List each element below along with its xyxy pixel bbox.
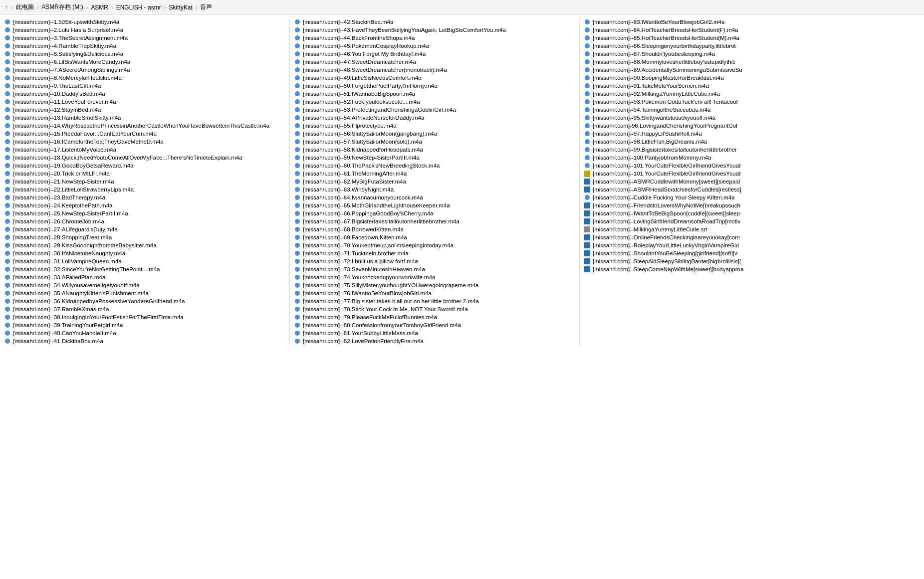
list-item[interactable]: [missahri.com]--53.ProtectingandCherishi… <box>294 106 575 114</box>
list-item[interactable]: [missahri.com]--40.CanYouHandleIt.m4a <box>4 329 285 337</box>
list-item[interactable]: [missahri.com]--42.StuckinBed.m4a <box>294 18 575 26</box>
list-item[interactable]: [missahri.com]--52.Fuck,youlooksocute...… <box>294 98 575 106</box>
list-item[interactable]: [missahri.com]--18.Quick,INeedYoutoComeA… <box>4 154 285 162</box>
breadcrumb-this-pc[interactable]: 此电脑 <box>16 3 34 11</box>
list-item[interactable]: [missahri.com]--33.AFailedPlan.m4a <box>4 273 285 281</box>
list-item[interactable]: [missahri.com]--90.BoopingMasterforBreak… <box>584 74 865 82</box>
list-item[interactable]: [missahri.com]--1.50Sit-upswithSkitty.m4… <box>4 18 285 26</box>
list-item[interactable]: [missahri.com]--34.Willyousavemeifgetyou… <box>4 281 285 289</box>
list-item[interactable]: [missahri.com]--26.ChromeJob.m4a <box>4 217 285 225</box>
list-item[interactable]: [missahri.com]--37.RambleXmas.m4a <box>4 305 285 313</box>
list-item[interactable]: [missahri.com]--5.Satisfying&Delicious.m… <box>4 50 285 58</box>
list-item[interactable]: [missahri.com]--88.Mommylovesherlittlebo… <box>584 58 865 66</box>
list-item[interactable]: [missahri.com]--MilkingaYummyLittleCutie… <box>584 225 865 233</box>
list-item[interactable]: [missahri.com]--71.Tuckmein,brother.m4a <box>294 249 575 257</box>
list-item[interactable]: [missahri.com]--69.Facedown,Kitten.m4a <box>294 233 575 241</box>
list-item[interactable]: [missahri.com]--64.Iwannacumonyourcock.m… <box>294 193 575 201</box>
list-item[interactable]: [missahri.com]--48.SweetDreamcatcher(mon… <box>294 66 575 74</box>
list-item[interactable]: [missahri.com]--16.ICamefortheTea,TheyGa… <box>4 138 285 146</box>
list-item[interactable]: [missahri.com]--76.IWanttoBeYourBlowjobG… <box>294 289 575 297</box>
list-item[interactable]: [missahri.com]--60.ThePack'sNewBreedingS… <box>294 162 575 170</box>
list-item[interactable]: [missahri.com]--83.IWanttoBeYourBlowjobG… <box>584 18 865 26</box>
list-item[interactable]: [missahri.com]--6.LilSisWantsMoreCandy.m… <box>4 58 285 66</box>
list-item[interactable]: [missahri.com]--19.GoodBoyGetsaReward.m4… <box>4 162 285 170</box>
list-item[interactable]: [missahri.com]--72.I built us a pillow f… <box>294 257 575 265</box>
list-item[interactable]: [missahri.com]--85.HotTeacherBreedsHerSt… <box>584 34 865 42</box>
list-item[interactable]: [missahri.com]--15.INeedaFavor...CanIEat… <box>4 130 285 138</box>
list-item[interactable]: [missahri.com]--20.Trick or MILF!.m4a <box>4 170 285 178</box>
list-item[interactable]: [missahri.com]--62.MyBigFutaSister.m4a <box>294 178 575 186</box>
list-item[interactable]: [missahri.com]--IWantToBeBigSpoon[cuddle… <box>584 209 865 217</box>
list-item[interactable]: [missahri.com]--86.Sleepingonyourbirthda… <box>584 42 865 50</box>
list-item[interactable]: [missahri.com]--78.Stick Your Cock in Me… <box>294 305 575 313</box>
list-item[interactable]: [missahri.com]--63.WindyNight.m4a <box>294 186 575 193</box>
list-item[interactable]: [missahri.com]--49.LittleSisNeedsComfort… <box>294 74 575 82</box>
list-item[interactable]: [missahri.com]--38.IndulgingInYourFootFe… <box>4 313 285 321</box>
list-item[interactable]: [missahri.com]--24.KeeptothePath.m4a <box>4 201 285 209</box>
list-item[interactable]: [missahri.com]--3.TheSecretAssignment.m4… <box>4 34 285 42</box>
list-item[interactable]: [missahri.com]--59.NewStep-SisterPartIII… <box>294 154 575 162</box>
list-item[interactable]: [missahri.com]--FriendstoLoversWhyNotMe[… <box>584 201 865 209</box>
list-item[interactable]: [missahri.com]--61.TheMorningAfter.m4a <box>294 170 575 178</box>
list-item[interactable]: [missahri.com]--92.MilkingaYummyLittleCu… <box>584 90 865 98</box>
list-item[interactable]: [missahri.com]--Cuddle Fucking Your Slee… <box>584 193 865 201</box>
list-item[interactable]: [missahri.com]--84.HotTeacherBreedsHerSt… <box>584 26 865 34</box>
list-item[interactable]: [missahri.com]--25.NewStep-SisterPartII.… <box>4 209 285 217</box>
list-item[interactable]: [missahri.com]--97.HappyLil'SushiRoll.m4… <box>584 130 865 138</box>
list-item[interactable]: [missahri.com]--93.Pokemon Gotta fuck'em… <box>584 98 865 106</box>
list-item[interactable]: [missahri.com]--39.TrainingYourPetgirl.m… <box>4 321 285 329</box>
list-item[interactable]: [missahri.com]--58.KidnappedforHeadpats.… <box>294 146 575 154</box>
list-item[interactable]: [missahri.com]--8.NoMercyforHealslut.m4a <box>4 74 285 82</box>
list-item[interactable]: [missahri.com]--13.RambleSmolSkitty.m4a <box>4 114 285 122</box>
list-item[interactable]: [missahri.com]--54.APrivateNurseforDaddy… <box>294 114 575 122</box>
list-item[interactable]: [missahri.com]--77.Big sister takes it a… <box>294 297 575 305</box>
list-item[interactable]: [missahri.com]--21.NewStep-Sister.m4a <box>4 178 285 186</box>
list-item[interactable]: [missahri.com]--50.ForgetthePoolParty,I'… <box>294 82 575 90</box>
list-item[interactable]: [missahri.com]--9.TheLastGift.m4a <box>4 82 285 90</box>
list-item[interactable]: [missahri.com]--2.Lulu Has a Surprise!.m… <box>4 26 285 34</box>
list-item[interactable]: [missahri.com]--7.ASecretAmongSiblings.m… <box>4 66 285 74</box>
list-item[interactable]: [missahri.com]--56.SluttySailorMoon(gang… <box>294 130 575 138</box>
list-item[interactable]: [missahri.com]--79.PleaseFuckMeFullofBun… <box>294 313 575 321</box>
list-item[interactable]: [missahri.com]--LovingGirlfriendDreamsof… <box>584 217 865 225</box>
list-item[interactable]: [missahri.com]--27.ALifeguard'sDuty.m4a <box>4 225 285 233</box>
list-item[interactable]: [missahri.com]--81.YourSubbyLittleMess.m… <box>294 329 575 337</box>
list-item[interactable]: [missahri.com]--70.Youkeptmeup,sol'mslee… <box>294 241 575 249</box>
list-item[interactable]: [missahri.com]--32.SinceYou'reNotGetting… <box>4 265 285 273</box>
list-item[interactable]: [missahri.com]--12.StayInBed.m4a <box>4 106 285 114</box>
list-item[interactable]: [missahri.com]--57.SluttySailorMoon(solo… <box>294 138 575 146</box>
list-item[interactable]: [missahri.com]--65.MothGirlandtheLightho… <box>294 201 575 209</box>
list-item[interactable]: [missahri.com]--14.WhyRescuethePrincessi… <box>4 122 285 130</box>
list-item[interactable]: [missahri.com]--46.You Forgot My Birthda… <box>294 50 575 58</box>
list-item[interactable]: [missahri.com]--43.HaveTheyBeenBullyingY… <box>294 26 575 34</box>
list-item[interactable]: [missahri.com]--36.KidnappedbyaPossessiv… <box>4 297 285 305</box>
list-item[interactable]: [missahri.com]--ShouldntYouBeSleeping[gi… <box>584 249 865 257</box>
list-item[interactable]: [missahri.com]--101.YourCuteFlexibleGirl… <box>584 170 865 178</box>
list-item[interactable]: [missahri.com]--45.PokémonCosplayHookup.… <box>294 42 575 50</box>
list-item[interactable]: [missahri.com]--30.It'sNicetobeNaughty.m… <box>4 249 285 257</box>
list-item[interactable]: [missahri.com]--89.AccidentallySummoning… <box>584 66 865 74</box>
list-item[interactable]: [missahri.com]--80.ConfessionfromyourTom… <box>294 321 575 329</box>
list-item[interactable]: [missahri.com]--OnlineFriendsCheckingina… <box>584 233 865 241</box>
list-item[interactable]: [missahri.com]--SleepComeNapWithMe[sweet… <box>584 265 865 273</box>
list-item[interactable]: [missahri.com]--SleepAidSleepySiblingBan… <box>584 257 865 265</box>
list-item[interactable]: [missahri.com]--99.Bigsistertakesitallou… <box>584 146 865 154</box>
list-item[interactable]: [missahri.com]--67.Bigsistertakesitallou… <box>294 217 575 225</box>
list-item[interactable]: [missahri.com]--87.Shouldn'tyoubesleepin… <box>584 50 865 58</box>
list-item[interactable]: [missahri.com]--28.ShoppingTreat.m4a <box>4 233 285 241</box>
list-item[interactable]: [missahri.com]--ASMRHeadScratchiesforCud… <box>584 186 865 193</box>
list-item[interactable]: [missahri.com]--68.BorrowedKitten.m4a <box>294 225 575 233</box>
list-item[interactable]: [missahri.com]--51.IWannabeBigSpoon.m4a <box>294 90 575 98</box>
list-item[interactable]: [missahri.com]--4.RambleTrapSkitty.m4a <box>4 42 285 50</box>
list-item[interactable]: [missahri.com]--47.SweetDreamcatcher.m4a <box>294 58 575 66</box>
list-item[interactable]: [missahri.com]--100.PantyjobfromMommy.m4… <box>584 154 865 162</box>
list-item[interactable]: [missahri.com]--94.TamingoftheSuccubus.m… <box>584 106 865 114</box>
list-item[interactable]: [missahri.com]--31.LoliVampireQueen.m4a <box>4 257 285 265</box>
list-item[interactable]: [missahri.com]--10.Daddy'sBed.m4a <box>4 90 285 98</box>
up-arrow[interactable]: ↑ <box>5 4 8 11</box>
breadcrumb-asmr[interactable]: ASMR <box>91 4 108 11</box>
list-item[interactable]: [missahri.com]--ASMRCuddlewithMommy[swee… <box>584 178 865 186</box>
list-item[interactable]: [missahri.com]--82.LovePotionFriendlyFir… <box>294 337 575 345</box>
list-item[interactable]: [missahri.com]--44.BackFromtheShops.m4a <box>294 34 575 42</box>
list-item[interactable]: [missahri.com]--73.SevenMinutesinHeaven.… <box>294 265 575 273</box>
